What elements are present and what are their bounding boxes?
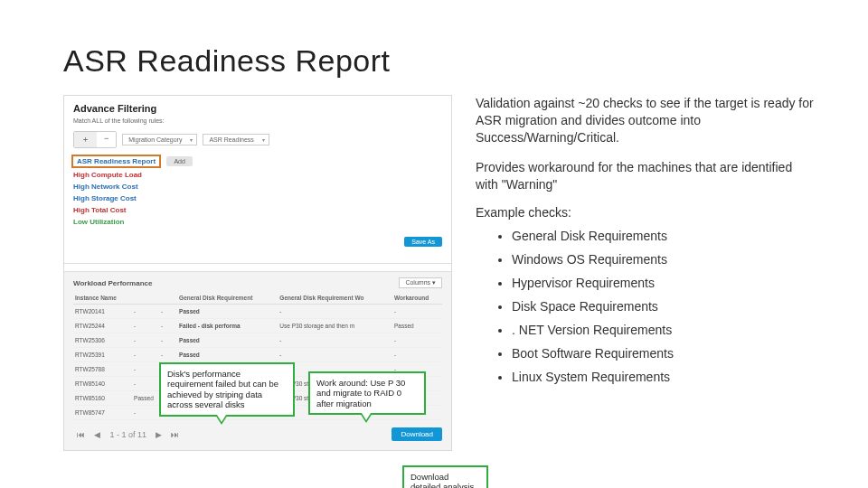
category-select[interactable]: Migration Category [122,134,197,145]
check-list: General Disk RequirementsWindows OS Requ… [476,229,814,384]
value-select[interactable]: ASR Readiness [203,134,269,145]
pager[interactable]: ⏮ ◀ 1 - 1 of 11 ▶ ⏭ [73,428,183,441]
toggle-group[interactable]: ＋ − [73,131,117,148]
check-item: General Disk Requirements [512,229,814,243]
check-item: Linux System Requirements [512,370,814,384]
category-item[interactable]: High Total Cost [73,204,442,216]
minus-icon[interactable]: − [97,132,116,147]
table-row: RTW25244--Failed - disk performaUse P30 … [73,319,442,333]
last-icon[interactable]: ⏭ [167,428,183,441]
results-well: Workload Performance Columns ▾ Instance … [64,271,451,450]
category-item[interactable]: High Storage Cost [73,192,442,204]
plus-icon[interactable]: ＋ [74,132,97,147]
example-label: Example checks: [476,205,814,220]
well-title: Workload Performance [73,279,152,287]
check-item: Disk Space Requirements [512,299,814,314]
check-item: Windows OS Requirements [512,252,814,267]
columns-button[interactable]: Columns ▾ [399,277,442,288]
page-title: ASR Readiness Report [63,43,814,79]
col-gdrwo: General Disk Requirement Wo [278,292,392,305]
category-item[interactable]: High Network Cost [73,181,442,192]
desc-p2: Provides workaround for the machines tha… [476,159,814,193]
next-icon[interactable]: ▶ [152,428,165,441]
first-icon[interactable]: ⏮ [73,428,89,441]
table-row: RTW20141--Passed-- [73,305,442,319]
callout-download: Download detailed analysis [402,465,488,488]
col-instance: Instance Name [73,292,132,305]
table-row: RTW25306--Passed-- [73,333,442,348]
callout-disk-perf: Disk's performance requirement failed bu… [159,362,295,417]
desc-p1: Validation against ~20 checks to see if … [476,95,814,146]
check-item: . NET Version Requirements [512,323,814,337]
category-item[interactable]: High Compute Load [73,169,442,181]
check-item: Boot Software Requirements [512,346,814,361]
panel-heading: Advance Filtering [73,103,442,114]
category-item[interactable]: ASR Readiness Report [71,155,161,168]
pager-info: 1 - 1 of 11 [106,428,150,441]
category-item[interactable]: Low Utilization [73,216,442,228]
description-column: Validation against ~20 checks to see if … [476,95,814,451]
callout-workaround: Work around: Use P 30 and migrate to RAI… [308,371,426,415]
save-button[interactable]: Save As [404,237,442,247]
download-button[interactable]: Download [392,427,442,441]
category-list: ASR Readiness Report Add High Compute Lo… [73,154,442,228]
col-wa: Workaround [392,292,442,305]
panel-subtext: Match ALL of the following rules: [73,117,442,124]
col-gdr: General Disk Requirement [177,292,278,305]
prev-icon[interactable]: ◀ [90,428,104,441]
add-button[interactable]: Add [166,156,192,166]
screenshot-panel: Advance Filtering Match ALL of the follo… [63,95,452,451]
check-item: Hypervisor Requirements [512,276,814,290]
table-row: RTW25391--Passed-- [73,348,442,362]
